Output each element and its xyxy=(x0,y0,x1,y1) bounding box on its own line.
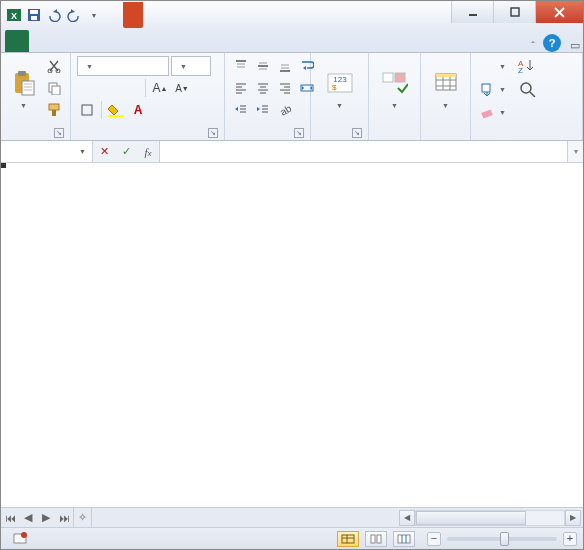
fill-icon[interactable] xyxy=(477,79,497,99)
svg-rect-64 xyxy=(481,109,492,118)
enter-formula-icon[interactable]: ✓ xyxy=(115,141,137,162)
page-break-view-icon[interactable] xyxy=(393,531,415,547)
increase-indent-icon[interactable] xyxy=(253,100,273,120)
align-right-icon[interactable] xyxy=(275,78,295,98)
sheet-nav-prev-icon[interactable]: ◀ xyxy=(19,508,37,527)
paste-icon xyxy=(10,70,38,98)
align-bottom-icon[interactable] xyxy=(275,56,295,76)
align-center-icon[interactable] xyxy=(253,78,273,98)
help-icon[interactable]: ? xyxy=(543,34,561,52)
group-number: 123$ ▼ ↘ xyxy=(311,53,369,140)
find-select-icon[interactable] xyxy=(516,79,540,99)
decrease-font-icon[interactable]: A▼ xyxy=(172,78,192,98)
svg-rect-20 xyxy=(52,110,56,116)
zoom-in-button[interactable]: + xyxy=(563,532,577,546)
styles-button[interactable]: ▼ xyxy=(375,56,414,122)
clear-icon[interactable] xyxy=(477,102,497,122)
svg-rect-62 xyxy=(436,74,456,77)
number-format-icon: 123$ xyxy=(326,70,354,98)
svg-rect-71 xyxy=(342,535,354,543)
maximize-button[interactable] xyxy=(493,1,535,23)
autosum-icon[interactable] xyxy=(477,56,497,76)
expand-formula-bar-icon[interactable]: ▾ xyxy=(567,141,583,162)
sheet-nav-first-icon[interactable]: ⏮ xyxy=(1,508,19,527)
group-cells: ▼ xyxy=(421,53,471,140)
align-middle-icon[interactable] xyxy=(253,56,273,76)
insert-sheet-icon[interactable]: ✧ xyxy=(74,508,92,527)
font-color-icon[interactable]: A xyxy=(128,100,148,120)
minimize-ribbon-icon[interactable]: ˆ xyxy=(525,40,541,52)
sheet-tab-bar: ⏮ ◀ ▶ ⏭ ✧ ◀ ▶ xyxy=(1,507,583,527)
horizontal-scrollbar[interactable]: ◀ ▶ xyxy=(92,510,583,526)
svg-rect-63 xyxy=(482,84,490,92)
fill-color-icon[interactable] xyxy=(106,100,126,120)
sheet-nav-last-icon[interactable]: ⏭ xyxy=(55,508,73,527)
alignment-launcher-icon[interactable]: ↘ xyxy=(294,128,304,138)
font-size-combo[interactable]: ▼ xyxy=(171,56,211,76)
copy-icon[interactable] xyxy=(44,78,64,98)
svg-rect-18 xyxy=(52,86,60,95)
svg-text:Z: Z xyxy=(518,66,523,74)
group-clipboard: ▼ ↘ xyxy=(1,53,71,140)
svg-rect-56 xyxy=(395,73,405,82)
page-layout-view-icon[interactable] xyxy=(365,531,387,547)
sort-filter-icon[interactable]: AZ xyxy=(516,56,540,76)
svg-rect-11 xyxy=(22,81,34,95)
paste-button[interactable]: ▼ xyxy=(7,56,40,122)
file-tab[interactable] xyxy=(5,30,29,52)
svg-rect-22 xyxy=(108,115,124,117)
macro-record-icon[interactable] xyxy=(13,531,27,547)
undo-icon[interactable] xyxy=(45,6,63,24)
workbook-minimize-icon[interactable]: ▭ xyxy=(567,39,583,52)
svg-rect-21 xyxy=(82,105,92,115)
svg-rect-76 xyxy=(398,535,410,543)
align-left-icon[interactable] xyxy=(231,78,251,98)
svg-rect-3 xyxy=(30,10,38,14)
border-icon[interactable] xyxy=(77,100,97,120)
italic-button[interactable] xyxy=(99,78,119,98)
svg-line-68 xyxy=(530,92,535,97)
cut-icon[interactable] xyxy=(44,56,64,76)
group-font: ▼ ▼ A▲ A▼ A ↘ xyxy=(71,53,225,140)
svg-point-67 xyxy=(521,83,531,93)
number-launcher-icon[interactable]: ↘ xyxy=(352,128,362,138)
clipboard-launcher-icon[interactable]: ↘ xyxy=(54,128,64,138)
font-name-combo[interactable]: ▼ xyxy=(77,56,169,76)
zoom-out-button[interactable]: − xyxy=(427,532,441,546)
ribbon-tabstrip: ˆ ? ▭ xyxy=(1,29,583,53)
format-painter-icon[interactable] xyxy=(44,100,64,120)
qat-customize-icon[interactable]: ▼ xyxy=(85,6,103,24)
cells-icon xyxy=(432,70,460,98)
title-bar: X ▼ xyxy=(1,1,583,29)
svg-rect-6 xyxy=(511,8,519,16)
decrease-indent-icon[interactable] xyxy=(231,100,251,120)
increase-font-icon[interactable]: A▲ xyxy=(150,78,170,98)
cancel-formula-icon[interactable]: ✕ xyxy=(93,141,115,162)
hscroll-right-icon[interactable]: ▶ xyxy=(565,510,581,526)
name-box[interactable]: ▼ xyxy=(1,141,93,162)
window-title xyxy=(123,2,143,28)
fx-icon[interactable]: fx xyxy=(137,141,159,162)
save-icon[interactable] xyxy=(25,6,43,24)
zoom-slider[interactable] xyxy=(447,537,557,541)
sheet-nav-next-icon[interactable]: ▶ xyxy=(37,508,55,527)
redo-icon[interactable] xyxy=(65,6,83,24)
window-controls xyxy=(451,1,583,23)
group-alignment: ab ↘ xyxy=(225,53,311,140)
excel-icon[interactable]: X xyxy=(5,6,23,24)
font-launcher-icon[interactable]: ↘ xyxy=(208,128,218,138)
underline-button[interactable] xyxy=(121,78,141,98)
orientation-icon[interactable]: ab xyxy=(275,100,295,120)
minimize-button[interactable] xyxy=(451,1,493,23)
worksheet-grid[interactable] xyxy=(1,163,583,507)
ribbon: ▼ ↘ ▼ ▼ A▲ A▼ xyxy=(1,53,583,141)
formula-input[interactable] xyxy=(160,141,567,162)
close-button[interactable] xyxy=(535,1,583,23)
align-top-icon[interactable] xyxy=(231,56,251,76)
hscroll-left-icon[interactable]: ◀ xyxy=(399,510,415,526)
svg-rect-74 xyxy=(371,535,375,543)
normal-view-icon[interactable] xyxy=(337,531,359,547)
bold-button[interactable] xyxy=(77,78,97,98)
cells-button[interactable]: ▼ xyxy=(427,56,464,122)
number-format-button[interactable]: 123$ ▼ xyxy=(317,56,362,122)
